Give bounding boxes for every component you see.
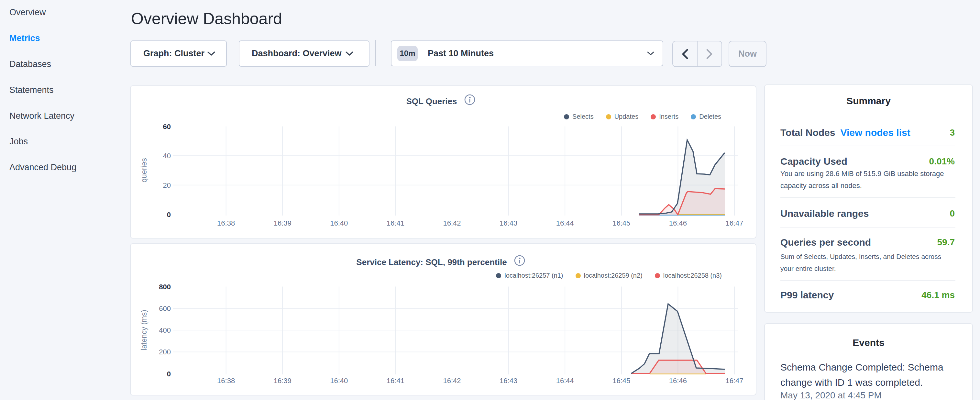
- svg-text:16:46: 16:46: [669, 377, 687, 385]
- svg-text:16:38: 16:38: [217, 377, 235, 385]
- svg-text:200: 200: [159, 348, 171, 356]
- svg-text:16:46: 16:46: [669, 219, 687, 227]
- svg-text:16:44: 16:44: [556, 377, 574, 385]
- svg-text:16:45: 16:45: [612, 377, 630, 385]
- svg-text:40: 40: [163, 152, 171, 160]
- svg-text:16:38: 16:38: [217, 219, 235, 227]
- svg-text:16:41: 16:41: [387, 377, 404, 385]
- svg-text:16:42: 16:42: [443, 377, 461, 385]
- svg-text:16:43: 16:43: [500, 377, 517, 385]
- svg-text:16:43: 16:43: [500, 219, 517, 227]
- svg-text:16:42: 16:42: [443, 219, 461, 227]
- svg-text:latency (ms): latency (ms): [140, 310, 148, 350]
- svg-text:60: 60: [163, 123, 171, 131]
- svg-text:800: 800: [159, 283, 171, 291]
- svg-text:600: 600: [159, 304, 171, 312]
- svg-text:16:47: 16:47: [725, 377, 743, 385]
- svg-text:0: 0: [167, 370, 171, 378]
- svg-text:16:44: 16:44: [556, 219, 574, 227]
- svg-text:20: 20: [163, 181, 171, 189]
- svg-text:16:40: 16:40: [330, 377, 348, 385]
- svg-text:16:47: 16:47: [725, 219, 743, 227]
- svg-text:16:40: 16:40: [330, 219, 348, 227]
- svg-text:16:41: 16:41: [387, 219, 404, 227]
- svg-text:queries: queries: [140, 158, 148, 182]
- svg-text:16:39: 16:39: [274, 377, 291, 385]
- svg-text:400: 400: [159, 326, 171, 334]
- svg-text:0: 0: [167, 211, 171, 219]
- svg-text:16:45: 16:45: [612, 219, 630, 227]
- svg-text:16:39: 16:39: [274, 219, 291, 227]
